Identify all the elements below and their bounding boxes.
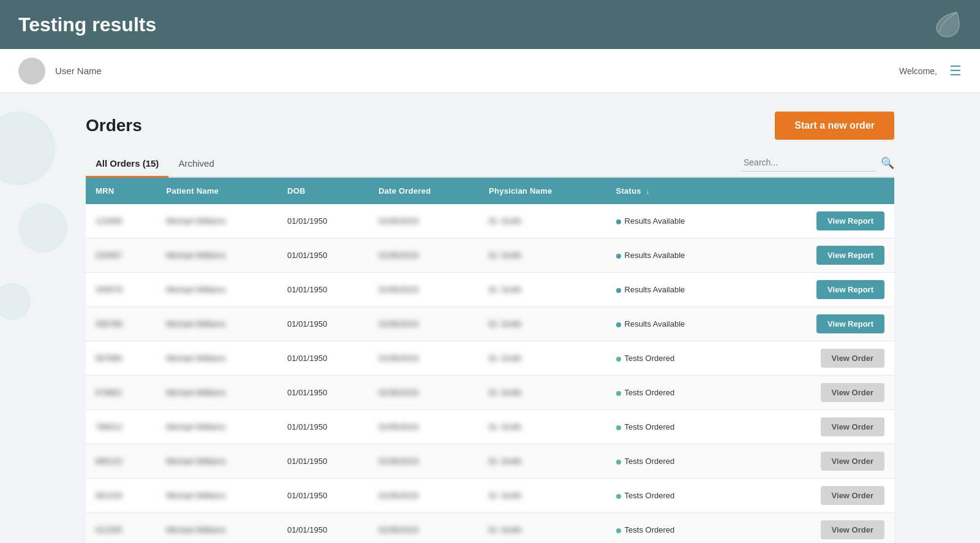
cell-status: Tests Ordered bbox=[606, 410, 742, 444]
status-dot bbox=[616, 219, 621, 224]
cell-patient-name: Michael Williams bbox=[157, 513, 277, 544]
cell-dob: 01/01/1950 bbox=[277, 341, 369, 376]
cell-action: View Order bbox=[742, 341, 894, 376]
cell-dob: 01/01/1950 bbox=[277, 444, 369, 479]
cell-action: View Order bbox=[742, 513, 894, 544]
view-order-button[interactable]: View Order bbox=[821, 417, 884, 436]
view-report-button[interactable]: View Report bbox=[816, 246, 884, 265]
tab-archived[interactable]: Archived bbox=[168, 152, 224, 178]
status-dot bbox=[616, 460, 621, 465]
cell-mrn: 345678 bbox=[86, 273, 157, 307]
sort-arrow-icon: ↓ bbox=[646, 188, 650, 195]
view-report-button[interactable]: View Report bbox=[816, 211, 884, 230]
sub-header-right: Welcome, ☰ bbox=[899, 63, 962, 79]
view-order-button[interactable]: View Order bbox=[821, 520, 884, 539]
table-row: 123456Michael Williams01/01/195001/06/20… bbox=[86, 204, 894, 238]
search-input[interactable] bbox=[741, 154, 876, 172]
cell-dob: 01/01/1950 bbox=[277, 273, 369, 307]
cell-date-ordered: 01/06/2019 bbox=[369, 204, 479, 238]
cell-date-ordered: 01/06/2019 bbox=[369, 273, 479, 307]
table-row: 567890Michael Williams01/01/195001/06/20… bbox=[86, 341, 894, 376]
cell-status: Tests Ordered bbox=[606, 341, 742, 376]
view-report-button[interactable]: View Report bbox=[816, 314, 884, 333]
cell-status: Results Available bbox=[606, 273, 742, 307]
table-row: 456789Michael Williams01/01/195001/06/20… bbox=[86, 307, 894, 341]
deco-circle-3 bbox=[0, 283, 31, 320]
cell-date-ordered: 01/06/2019 bbox=[369, 376, 479, 410]
status-label: Results Available bbox=[625, 319, 685, 328]
cell-mrn: 012345 bbox=[86, 513, 157, 544]
status-label: Results Available bbox=[625, 216, 685, 226]
cell-status: Results Available bbox=[606, 307, 742, 341]
deco-circle-1 bbox=[0, 112, 55, 185]
avatar bbox=[18, 58, 45, 85]
status-dot bbox=[616, 425, 621, 430]
view-order-button[interactable]: View Order bbox=[821, 383, 884, 402]
view-order-button[interactable]: View Order bbox=[821, 452, 884, 471]
sub-header: User Name Welcome, ☰ bbox=[0, 49, 980, 93]
cell-physician: Dr. Smith bbox=[479, 410, 606, 444]
cell-status: Tests Ordered bbox=[606, 376, 742, 410]
col-mrn: MRN bbox=[86, 178, 157, 204]
cell-action: View Order bbox=[742, 410, 894, 444]
cell-action: View Report bbox=[742, 204, 894, 238]
cell-patient-name: Michael Williams bbox=[157, 204, 277, 238]
cell-patient-name: Michael Williams bbox=[157, 376, 277, 410]
cell-dob: 01/01/1950 bbox=[277, 513, 369, 544]
cell-physician: Dr. Smith bbox=[479, 307, 606, 341]
cell-physician: Dr. Smith bbox=[479, 513, 606, 544]
col-dob: DOB bbox=[277, 178, 369, 204]
cell-action: View Report bbox=[742, 238, 894, 273]
cell-status: Tests Ordered bbox=[606, 479, 742, 513]
user-name: User Name bbox=[55, 66, 102, 76]
cell-date-ordered: 01/06/2019 bbox=[369, 444, 479, 479]
cell-mrn: 123456 bbox=[86, 204, 157, 238]
cell-action: View Order bbox=[742, 479, 894, 513]
cell-dob: 01/01/1950 bbox=[277, 204, 369, 238]
status-dot bbox=[616, 288, 621, 293]
cell-physician: Dr. Smith bbox=[479, 204, 606, 238]
cell-physician: Dr. Smith bbox=[479, 341, 606, 376]
cell-date-ordered: 01/06/2019 bbox=[369, 479, 479, 513]
table-header-row: MRN Patient Name DOB Date Ordered Physic… bbox=[86, 178, 894, 204]
cell-date-ordered: 01/06/2019 bbox=[369, 410, 479, 444]
col-action bbox=[742, 178, 894, 204]
cell-patient-name: Michael Williams bbox=[157, 307, 277, 341]
status-dot bbox=[616, 357, 621, 362]
cell-dob: 01/01/1950 bbox=[277, 479, 369, 513]
cell-dob: 01/01/1950 bbox=[277, 410, 369, 444]
cell-mrn: 567890 bbox=[86, 341, 157, 376]
orders-table: MRN Patient Name DOB Date Ordered Physic… bbox=[86, 178, 894, 543]
table-row: 678901Michael Williams01/01/195001/06/20… bbox=[86, 376, 894, 410]
cell-dob: 01/01/1950 bbox=[277, 376, 369, 410]
col-status: Status ↓ bbox=[606, 178, 742, 204]
status-dot bbox=[616, 322, 621, 327]
col-patient-name: Patient Name bbox=[157, 178, 277, 204]
view-report-button[interactable]: View Report bbox=[816, 280, 884, 299]
table-row: 234567Michael Williams01/01/195001/06/20… bbox=[86, 238, 894, 273]
cell-patient-name: Michael Williams bbox=[157, 479, 277, 513]
start-new-order-button[interactable]: Start a new order bbox=[775, 112, 894, 140]
search-area: 🔍 bbox=[741, 154, 894, 177]
view-order-button[interactable]: View Order bbox=[821, 349, 884, 368]
hamburger-menu-icon[interactable]: ☰ bbox=[949, 63, 962, 79]
status-label: Tests Ordered bbox=[625, 354, 675, 363]
cell-physician: Dr. Smith bbox=[479, 273, 606, 307]
cell-physician: Dr. Smith bbox=[479, 238, 606, 273]
orders-header: Orders Start a new order bbox=[86, 112, 894, 140]
cell-date-ordered: 01/06/2019 bbox=[369, 341, 479, 376]
tab-all-orders[interactable]: All Orders (15) bbox=[86, 152, 168, 178]
search-icon: 🔍 bbox=[881, 156, 894, 170]
status-label: Tests Ordered bbox=[625, 491, 675, 500]
cell-status: Results Available bbox=[606, 204, 742, 238]
view-order-button[interactable]: View Order bbox=[821, 486, 884, 505]
cell-patient-name: Michael Williams bbox=[157, 238, 277, 273]
tabs-row: All Orders (15) Archived 🔍 bbox=[86, 152, 894, 178]
cell-status: Tests Ordered bbox=[606, 513, 742, 544]
table-row: 345678Michael Williams01/01/195001/06/20… bbox=[86, 273, 894, 307]
table-row: 890123Michael Williams01/01/195001/06/20… bbox=[86, 444, 894, 479]
cell-patient-name: Michael Williams bbox=[157, 410, 277, 444]
cell-action: View Report bbox=[742, 307, 894, 341]
svg-point-0 bbox=[28, 65, 36, 72]
status-label: Tests Ordered bbox=[625, 388, 675, 397]
